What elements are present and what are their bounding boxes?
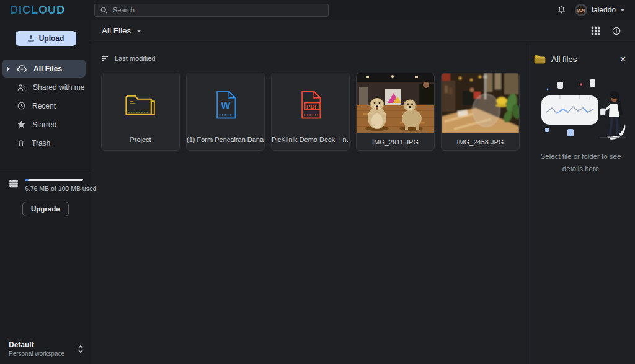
- sort-control[interactable]: Last modified: [101, 55, 526, 62]
- folder-filled-icon: [534, 55, 546, 64]
- storage-usage-text: 6.76 MB of 100 MB used: [25, 185, 97, 192]
- details-panel: All files ✕: [526, 42, 635, 364]
- sort-icon: [101, 55, 109, 62]
- storage-progress-fill: [25, 179, 29, 181]
- sidebar-item-recent[interactable]: Recent: [0, 97, 91, 115]
- file-name: IMG_2458.JPG: [442, 133, 519, 150]
- notifications-bell-icon[interactable]: [557, 5, 566, 15]
- sidebar-item-label: Starred: [32, 120, 56, 129]
- sidebar-item-label: Trash: [32, 139, 50, 148]
- file-browser: Last modified: [91, 42, 526, 364]
- sidebar-item-trash[interactable]: Trash: [0, 134, 91, 152]
- chevron-down-icon: [620, 9, 625, 11]
- empty-state-message: Select file or folder to see details her…: [534, 150, 628, 175]
- svg-text:PDF: PDF: [306, 102, 318, 109]
- username: faleddo: [592, 6, 616, 14]
- storage-server-icon: [8, 177, 19, 192]
- sidebar-nav: All Files Shared with me: [0, 60, 91, 152]
- topbar: DICLOUD: [0, 0, 635, 20]
- file-card-image-cafe[interactable]: IMG_2458.JPG: [441, 73, 520, 151]
- grid-view-icon[interactable]: [591, 26, 600, 35]
- clock-icon: [17, 101, 26, 110]
- sidebar-item-all-files[interactable]: All Files: [2, 60, 86, 78]
- file-card-image-dogs[interactable]: IMG_2911.JPG: [356, 73, 435, 151]
- workspace-switcher[interactable]: Default Personal workspace: [0, 335, 91, 364]
- upgrade-button[interactable]: Upgrade: [22, 202, 69, 216]
- details-panel-title: All files: [551, 55, 613, 64]
- sidebar-item-label: Shared with me: [33, 83, 84, 92]
- file-name: IMG_2911.JPG: [357, 133, 434, 150]
- chevron-down-icon: [136, 30, 141, 32]
- app-window: DICLOUD: [0, 0, 635, 364]
- search-icon: [100, 6, 108, 14]
- image-thumbnail-cafe: [442, 73, 519, 133]
- file-card-word-document[interactable]: W (1) Form Pencairan Dana...: [186, 73, 265, 151]
- file-name: (1) Form Pencairan Dana...: [187, 136, 264, 150]
- people-icon: [17, 83, 27, 92]
- info-icon[interactable]: [611, 26, 621, 36]
- star-icon: [17, 120, 26, 129]
- file-name: Project: [102, 136, 179, 150]
- close-icon[interactable]: ✕: [618, 54, 628, 64]
- storage-progress-bar: [25, 179, 83, 181]
- storage-meter: 6.76 MB of 100 MB used: [25, 177, 97, 192]
- file-name: PicKlinik Demo Deck + n...: [272, 136, 349, 150]
- trash-icon: [17, 138, 25, 148]
- main-column: All Files: [91, 20, 635, 364]
- chevron-up-down-icon: [78, 345, 84, 353]
- avatar: [575, 4, 587, 16]
- expand-caret-icon: [7, 66, 10, 71]
- sort-label: Last modified: [115, 55, 155, 62]
- page-title: All Files: [102, 26, 131, 35]
- word-document-icon: W: [213, 89, 239, 120]
- workspace-type: Personal workspace: [9, 350, 78, 357]
- file-card-folder[interactable]: Project: [101, 73, 180, 151]
- cloud-upload-icon: [17, 64, 27, 73]
- account-menu[interactable]: faleddo: [575, 4, 625, 16]
- topbar-right: faleddo: [557, 4, 635, 16]
- svg-text:W: W: [221, 99, 231, 110]
- search-input[interactable]: [113, 6, 323, 14]
- folder-icon: [124, 92, 158, 118]
- empty-state-illustration: [535, 74, 627, 144]
- file-card-pdf-document[interactable]: PDF PicKlinik Demo Deck + n...: [271, 73, 350, 151]
- storage-section: 6.76 MB of 100 MB used Upgrade: [0, 169, 91, 216]
- upload-button-label: Upload: [39, 34, 64, 43]
- upload-icon: [27, 35, 35, 42]
- workspace-name: Default: [9, 340, 78, 349]
- app-logo: DICLOUD: [0, 4, 91, 17]
- sidebar-item-starred[interactable]: Starred: [0, 115, 91, 133]
- sidebar-item-label: All Files: [33, 64, 62, 73]
- upload-button[interactable]: Upload: [16, 31, 76, 46]
- sidebar: Upload All Files: [0, 20, 91, 364]
- sidebar-item-label: Recent: [32, 102, 56, 110]
- image-thumbnail-dogs: [357, 73, 434, 133]
- pdf-document-icon: PDF: [298, 89, 324, 120]
- sidebar-item-shared-with-me[interactable]: Shared with me: [0, 78, 91, 96]
- main-header: All Files: [91, 20, 635, 42]
- file-grid: Project W: [101, 73, 526, 151]
- search-bar[interactable]: [94, 4, 329, 17]
- view-title-dropdown[interactable]: All Files: [102, 26, 141, 35]
